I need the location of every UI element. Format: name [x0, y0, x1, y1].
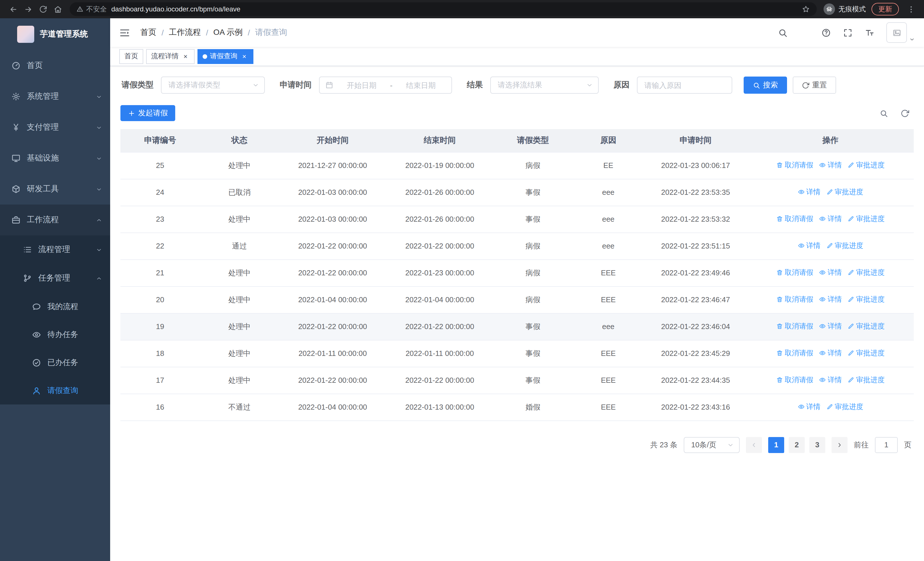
start-date-input[interactable]: [337, 81, 387, 89]
approval-progress-action[interactable]: 审批进度: [826, 187, 863, 197]
page-3[interactable]: 3: [809, 437, 825, 453]
cancel-leave-action[interactable]: 取消请假: [776, 295, 813, 304]
cell: 2022-01-23 00:00:00: [386, 259, 493, 286]
forward-button[interactable]: [21, 2, 35, 17]
detail-action[interactable]: 详情: [819, 322, 842, 331]
next-page-button[interactable]: [831, 437, 848, 453]
briefcase-icon: [11, 215, 21, 224]
select-placeholder: 请选择流结果: [498, 80, 542, 90]
sidebar-item-任务管理[interactable]: 任务管理: [0, 264, 110, 292]
detail-action[interactable]: 详情: [819, 161, 842, 170]
sidebar-item-基础设施[interactable]: 基础设施: [0, 143, 110, 174]
table-row[interactable]: 18处理中2022-01-11 00:00:002022-01-11 00:00…: [120, 340, 914, 367]
create-leave-button[interactable]: 发起请假: [120, 105, 175, 121]
table-row[interactable]: 19处理中2022-01-22 00:00:002022-01-22 00:00…: [120, 313, 914, 340]
prev-page-button[interactable]: [746, 437, 762, 453]
detail-action[interactable]: 详情: [819, 214, 842, 224]
approval-progress-action[interactable]: 审批进度: [848, 161, 885, 170]
browser-menu-button[interactable]: [903, 2, 918, 17]
table-row[interactable]: 17处理中2022-01-22 00:00:002022-01-22 00:00…: [120, 367, 914, 394]
detail-action[interactable]: 详情: [798, 241, 820, 251]
font-size-icon[interactable]: [865, 28, 874, 38]
sidebar-item-已办任务[interactable]: 已办任务: [0, 349, 110, 376]
sidebar-item-请假查询[interactable]: 请假查询: [0, 376, 110, 405]
bookmark-star-icon[interactable]: [802, 5, 810, 13]
page-1[interactable]: 1: [768, 437, 784, 453]
home-button[interactable]: [50, 2, 65, 17]
sidebar-item-待办任务[interactable]: 待办任务: [0, 320, 110, 349]
sidebar-item-研发工具[interactable]: 研发工具: [0, 174, 110, 205]
detail-action[interactable]: 详情: [798, 402, 820, 412]
back-button[interactable]: [6, 2, 21, 17]
cancel-leave-action[interactable]: 取消请假: [776, 214, 813, 224]
table-row[interactable]: 23处理中2022-01-03 00:00:002022-01-26 00:00…: [120, 206, 914, 233]
sidebar-item-我的流程[interactable]: 我的流程: [0, 292, 110, 320]
avatar[interactable]: [886, 22, 907, 43]
table-row[interactable]: 21处理中2022-01-22 00:00:002022-01-23 00:00…: [120, 259, 914, 286]
approval-progress-action[interactable]: 审批进度: [826, 241, 863, 251]
avatar-dropdown-caret[interactable]: [909, 36, 915, 42]
table-row[interactable]: 22通过2022-01-22 00:00:002022-01-22 00:00:…: [120, 233, 914, 259]
browser-update-button[interactable]: 更新: [872, 3, 899, 15]
tab-流程详情[interactable]: 流程详情×: [146, 49, 195, 64]
breadcrumb-item[interactable]: OA 示例: [213, 27, 243, 38]
toggle-search-icon[interactable]: [879, 109, 888, 117]
github-icon[interactable]: [800, 28, 809, 38]
approval-progress-action[interactable]: 审批进度: [848, 349, 885, 358]
goto-page-input[interactable]: [875, 437, 898, 453]
breadcrumb-item[interactable]: 工作流程: [169, 27, 201, 38]
apply-time-range-picker[interactable]: -: [319, 77, 452, 94]
table-row[interactable]: 25处理中2021-12-27 00:00:002022-01-19 00:00…: [120, 152, 914, 179]
address-bar[interactable]: 不安全 dashboard.yudao.iocoder.cn/bpm/oa/le…: [70, 2, 817, 16]
search-button[interactable]: 搜索: [744, 77, 787, 94]
table-row[interactable]: 24已取消2022-01-03 00:00:002022-01-26 00:00…: [120, 179, 914, 206]
security-indicator[interactable]: 不安全: [76, 4, 107, 14]
result-select[interactable]: 请选择流结果: [490, 77, 599, 94]
breadcrumb-item[interactable]: 首页: [140, 27, 156, 38]
table-row[interactable]: 16不通过2022-01-04 00:00:002022-01-13 00:00…: [120, 394, 914, 420]
detail-action[interactable]: 详情: [819, 268, 842, 278]
reload-button[interactable]: [35, 2, 50, 17]
sidebar-item-支付管理[interactable]: 支付管理: [0, 112, 110, 143]
refresh-table-icon[interactable]: [901, 109, 909, 117]
close-icon[interactable]: ×: [182, 52, 189, 60]
eye-icon: [32, 330, 41, 339]
sidebar-toggle[interactable]: [119, 27, 130, 38]
sidebar-item-首页[interactable]: 首页: [0, 50, 110, 81]
detail-action[interactable]: 详情: [798, 187, 820, 197]
range-separator: -: [390, 81, 393, 89]
approval-progress-action[interactable]: 审批进度: [848, 268, 885, 278]
sidebar-item-系统管理[interactable]: 系统管理: [0, 81, 110, 112]
approval-progress-action[interactable]: 审批进度: [848, 214, 885, 224]
detail-action[interactable]: 详情: [819, 295, 842, 304]
end-date-input[interactable]: [396, 81, 446, 89]
sidebar-logo-row[interactable]: 芋道管理系统: [0, 18, 110, 50]
sidebar-item-工作流程[interactable]: 工作流程: [0, 205, 110, 235]
pen-icon: [848, 296, 854, 303]
cancel-leave-action[interactable]: 取消请假: [776, 349, 813, 358]
page-size-select[interactable]: 10条/页: [684, 437, 740, 453]
cancel-leave-action[interactable]: 取消请假: [776, 375, 813, 385]
fullscreen-icon[interactable]: [843, 28, 853, 38]
detail-action[interactable]: 详情: [819, 375, 842, 385]
approval-progress-action[interactable]: 审批进度: [848, 375, 885, 385]
detail-action[interactable]: 详情: [819, 349, 842, 358]
actions-cell: 取消请假详情审批进度: [747, 340, 914, 367]
sidebar-item-流程管理[interactable]: 流程管理: [0, 235, 110, 264]
tab-首页[interactable]: 首页: [119, 49, 143, 64]
tab-请假查询[interactable]: 请假查询×: [198, 49, 254, 64]
cancel-leave-action[interactable]: 取消请假: [776, 161, 813, 170]
help-icon[interactable]: [821, 28, 831, 38]
reset-button[interactable]: 重置: [793, 77, 836, 94]
table-row[interactable]: 20处理中2022-01-04 00:00:002022-01-04 00:00…: [120, 286, 914, 313]
cancel-leave-action[interactable]: 取消请假: [776, 268, 813, 278]
leave-type-select[interactable]: 请选择请假类型: [161, 77, 265, 94]
close-icon[interactable]: ×: [240, 52, 248, 60]
page-2[interactable]: 2: [789, 437, 805, 453]
approval-progress-action[interactable]: 审批进度: [848, 295, 885, 304]
cancel-leave-action[interactable]: 取消请假: [776, 322, 813, 331]
header-search-icon[interactable]: [778, 28, 788, 38]
approval-progress-action[interactable]: 审批进度: [848, 322, 885, 331]
reason-input[interactable]: [644, 81, 725, 89]
approval-progress-action[interactable]: 审批进度: [826, 402, 863, 412]
